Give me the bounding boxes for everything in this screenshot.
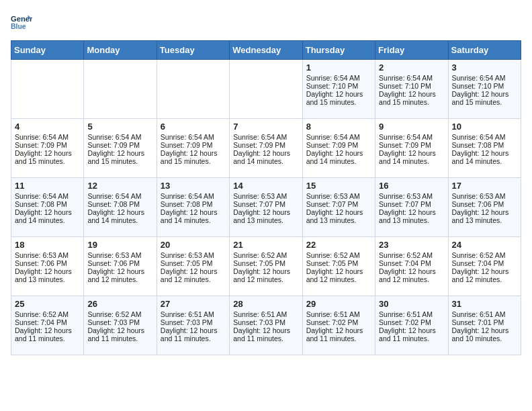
calendar-cell: 10Sunrise: 6:54 AMSunset: 7:08 PMDayligh… xyxy=(448,119,521,178)
sunset-text: Sunset: 7:08 PM xyxy=(15,200,80,208)
week-row-5: 25Sunrise: 6:52 AMSunset: 7:04 PMDayligh… xyxy=(11,296,521,355)
sunset-text: Sunset: 7:08 PM xyxy=(452,141,517,149)
day-number: 23 xyxy=(379,240,444,250)
sunrise-text: Sunrise: 6:53 AM xyxy=(15,251,80,259)
sunrise-text: Sunrise: 6:52 AM xyxy=(87,310,152,318)
sunset-text: Sunset: 7:07 PM xyxy=(233,200,298,208)
day-number: 8 xyxy=(306,122,371,132)
sunset-text: Sunset: 7:05 PM xyxy=(161,259,226,267)
sunset-text: Sunset: 7:01 PM xyxy=(452,318,517,326)
logo: General Blue xyxy=(11,11,35,32)
week-row-2: 4Sunrise: 6:54 AMSunset: 7:09 PMDaylight… xyxy=(11,119,521,178)
sunrise-text: Sunrise: 6:53 AM xyxy=(233,192,298,200)
week-row-4: 18Sunrise: 6:53 AMSunset: 7:06 PMDayligh… xyxy=(11,237,521,296)
calendar-cell: 16Sunrise: 6:53 AMSunset: 7:07 PMDayligh… xyxy=(375,178,448,237)
daylight-text: Daylight: 12 hours and 12 minutes. xyxy=(452,267,517,283)
day-number: 4 xyxy=(15,122,80,132)
calendar-cell: 15Sunrise: 6:53 AMSunset: 7:07 PMDayligh… xyxy=(302,178,375,237)
calendar-cell: 29Sunrise: 6:51 AMSunset: 7:02 PMDayligh… xyxy=(302,296,375,355)
calendar-cell: 2Sunrise: 6:54 AMSunset: 7:10 PMDaylight… xyxy=(375,60,448,119)
daylight-text: Daylight: 12 hours and 14 minutes. xyxy=(379,149,444,165)
day-number: 31 xyxy=(452,299,517,309)
sunrise-text: Sunrise: 6:54 AM xyxy=(306,74,371,82)
sunrise-text: Sunrise: 6:52 AM xyxy=(15,310,80,318)
calendar-cell xyxy=(84,60,157,119)
day-number: 1 xyxy=(306,62,371,73)
calendar-cell: 26Sunrise: 6:52 AMSunset: 7:03 PMDayligh… xyxy=(84,296,157,355)
calendar-cell: 18Sunrise: 6:53 AMSunset: 7:06 PMDayligh… xyxy=(11,237,84,296)
day-number: 10 xyxy=(452,122,517,132)
day-number: 3 xyxy=(452,62,517,73)
sunset-text: Sunset: 7:06 PM xyxy=(87,259,152,267)
col-header-thursday: Thursday xyxy=(302,41,375,60)
daylight-text: Daylight: 12 hours and 15 minutes. xyxy=(161,149,226,165)
daylight-text: Daylight: 12 hours and 12 minutes. xyxy=(379,267,444,283)
daylight-text: Daylight: 12 hours and 12 minutes. xyxy=(306,267,371,283)
calendar-cell: 22Sunrise: 6:52 AMSunset: 7:05 PMDayligh… xyxy=(302,237,375,296)
sunset-text: Sunset: 7:08 PM xyxy=(87,200,152,208)
day-number: 5 xyxy=(87,122,152,132)
daylight-text: Daylight: 12 hours and 10 minutes. xyxy=(452,326,517,342)
sunset-text: Sunset: 7:04 PM xyxy=(379,259,444,267)
sunrise-text: Sunrise: 6:54 AM xyxy=(161,133,226,141)
day-number: 28 xyxy=(233,299,298,309)
day-number: 24 xyxy=(452,240,517,250)
sunrise-text: Sunrise: 6:51 AM xyxy=(233,310,298,318)
day-number: 6 xyxy=(161,122,226,132)
daylight-text: Daylight: 12 hours and 15 minutes. xyxy=(15,149,80,165)
sunrise-text: Sunrise: 6:51 AM xyxy=(306,310,371,318)
daylight-text: Daylight: 12 hours and 14 minutes. xyxy=(87,208,152,224)
day-number: 29 xyxy=(306,299,371,309)
sunset-text: Sunset: 7:08 PM xyxy=(161,200,226,208)
daylight-text: Daylight: 12 hours and 11 minutes. xyxy=(233,326,298,342)
day-number: 13 xyxy=(161,181,226,191)
sunset-text: Sunset: 7:05 PM xyxy=(233,259,298,267)
col-header-saturday: Saturday xyxy=(448,41,521,60)
calendar-cell: 27Sunrise: 6:51 AMSunset: 7:03 PMDayligh… xyxy=(157,296,229,355)
daylight-text: Daylight: 12 hours and 13 minutes. xyxy=(452,208,517,224)
day-number: 16 xyxy=(379,181,444,191)
sunrise-text: Sunrise: 6:53 AM xyxy=(161,251,226,259)
daylight-text: Daylight: 12 hours and 12 minutes. xyxy=(233,267,298,283)
col-header-tuesday: Tuesday xyxy=(157,41,229,60)
day-number: 30 xyxy=(379,299,444,309)
col-header-friday: Friday xyxy=(375,41,448,60)
sunset-text: Sunset: 7:04 PM xyxy=(15,318,80,326)
day-number: 11 xyxy=(15,181,80,191)
sunrise-text: Sunrise: 6:52 AM xyxy=(452,251,517,259)
calendar-cell: 11Sunrise: 6:54 AMSunset: 7:08 PMDayligh… xyxy=(11,178,84,237)
day-number: 19 xyxy=(87,240,152,250)
sunset-text: Sunset: 7:03 PM xyxy=(161,318,226,326)
calendar-cell: 1Sunrise: 6:54 AMSunset: 7:10 PMDaylight… xyxy=(302,60,375,119)
calendar-cell: 4Sunrise: 6:54 AMSunset: 7:09 PMDaylight… xyxy=(11,119,84,178)
calendar-cell xyxy=(11,60,84,119)
sunrise-text: Sunrise: 6:51 AM xyxy=(452,310,517,318)
sunrise-text: Sunrise: 6:51 AM xyxy=(161,310,226,318)
sunrise-text: Sunrise: 6:54 AM xyxy=(452,74,517,82)
daylight-text: Daylight: 12 hours and 13 minutes. xyxy=(233,208,298,224)
daylight-text: Daylight: 12 hours and 11 minutes. xyxy=(15,326,80,342)
daylight-text: Daylight: 12 hours and 14 minutes. xyxy=(15,208,80,224)
calendar-cell: 19Sunrise: 6:53 AMSunset: 7:06 PMDayligh… xyxy=(84,237,157,296)
calendar-cell: 21Sunrise: 6:52 AMSunset: 7:05 PMDayligh… xyxy=(230,237,302,296)
svg-text:Blue: Blue xyxy=(11,23,26,30)
sunset-text: Sunset: 7:02 PM xyxy=(379,318,444,326)
daylight-text: Daylight: 12 hours and 12 minutes. xyxy=(161,267,226,283)
calendar-cell: 30Sunrise: 6:51 AMSunset: 7:02 PMDayligh… xyxy=(375,296,448,355)
calendar-cell: 25Sunrise: 6:52 AMSunset: 7:04 PMDayligh… xyxy=(11,296,84,355)
daylight-text: Daylight: 12 hours and 11 minutes. xyxy=(379,326,444,342)
sunrise-text: Sunrise: 6:53 AM xyxy=(87,251,152,259)
sunset-text: Sunset: 7:09 PM xyxy=(233,141,298,149)
daylight-text: Daylight: 12 hours and 11 minutes. xyxy=(87,326,152,342)
daylight-text: Daylight: 12 hours and 15 minutes. xyxy=(306,90,371,106)
sunrise-text: Sunrise: 6:54 AM xyxy=(379,133,444,141)
calendar-cell: 28Sunrise: 6:51 AMSunset: 7:03 PMDayligh… xyxy=(230,296,302,355)
sunset-text: Sunset: 7:07 PM xyxy=(306,200,371,208)
sunrise-text: Sunrise: 6:54 AM xyxy=(87,192,152,200)
sunset-text: Sunset: 7:02 PM xyxy=(306,318,371,326)
sunrise-text: Sunrise: 6:54 AM xyxy=(161,192,226,200)
calendar-cell: 24Sunrise: 6:52 AMSunset: 7:04 PMDayligh… xyxy=(448,237,521,296)
sunset-text: Sunset: 7:05 PM xyxy=(306,259,371,267)
calendar-cell: 3Sunrise: 6:54 AMSunset: 7:10 PMDaylight… xyxy=(448,60,521,119)
sunset-text: Sunset: 7:10 PM xyxy=(306,82,371,90)
